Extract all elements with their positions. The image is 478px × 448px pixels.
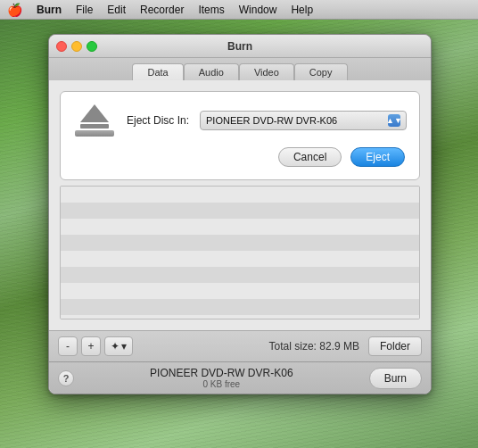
dropdown-arrow-icon: ▲▼ [388, 114, 400, 127]
gear-button[interactable]: ✦ ▾ [104, 336, 133, 356]
disc-dropdown[interactable]: PIONEER DVD-RW DVR-K06 ▲▼ [200, 111, 407, 130]
titlebar: Burn [49, 35, 431, 58]
cancel-button[interactable]: Cancel [278, 147, 342, 167]
tab-audio[interactable]: Audio [184, 63, 239, 80]
eject-bar-icon [80, 124, 109, 129]
eject-label: Eject Disc In: [127, 114, 189, 127]
file-list [60, 186, 420, 319]
eject-panel: Eject Disc In: PIONEER DVD-RW DVR-K06 ▲▼… [60, 91, 420, 180]
tab-copy[interactable]: Copy [294, 63, 348, 80]
app-window: Burn Data Audio Video Copy Eject Dis [48, 34, 432, 394]
menu-help[interactable]: Help [291, 4, 313, 16]
list-item [61, 267, 419, 283]
eject-triangle-icon [80, 104, 109, 122]
window-title: Burn [227, 40, 252, 53]
menu-items[interactable]: Items [198, 4, 224, 16]
total-size-label: Total size: 82.9 MB [136, 340, 359, 353]
eject-row: Eject Disc In: PIONEER DVD-RW DVR-K06 ▲▼ [73, 104, 407, 137]
disc-dropdown-value: PIONEER DVD-RW DVR-K06 [206, 115, 337, 126]
list-item [61, 203, 419, 219]
list-item [61, 299, 419, 315]
help-button[interactable]: ? [58, 370, 74, 386]
remove-button[interactable]: - [58, 336, 78, 356]
folder-button[interactable]: Folder [368, 336, 422, 356]
list-item [61, 251, 419, 267]
menubar: 🍎 Burn File Edit Recorder Items Window H… [0, 0, 478, 20]
gear-icon: ✦ [111, 340, 120, 353]
apple-menu[interactable]: 🍎 [7, 3, 22, 17]
minimize-button[interactable] [71, 41, 82, 52]
disc-icon [73, 104, 116, 137]
tab-video[interactable]: Video [239, 63, 294, 80]
maximize-button[interactable] [87, 41, 97, 52]
tabs-container: Data Audio Video Copy [49, 58, 431, 80]
main-content: Eject Disc In: PIONEER DVD-RW DVR-K06 ▲▼… [49, 80, 431, 330]
drive-info: PIONEER DVD-RW DVR-K06 0 KB free [81, 367, 362, 389]
burn-button[interactable]: Burn [369, 368, 422, 389]
menu-edit[interactable]: Edit [107, 4, 126, 16]
list-item [61, 283, 419, 299]
menu-recorder[interactable]: Recorder [140, 4, 184, 16]
menu-window[interactable]: Window [239, 4, 277, 16]
eject-base-icon [75, 130, 114, 137]
add-button[interactable]: + [81, 336, 101, 356]
eject-button-row: Cancel Eject [73, 147, 407, 167]
menu-burn[interactable]: Burn [37, 4, 62, 16]
gear-chevron-icon: ▾ [121, 340, 127, 353]
list-item [61, 187, 419, 203]
menu-file[interactable]: File [76, 4, 93, 16]
status-bar: ? PIONEER DVD-RW DVR-K06 0 KB free Burn [49, 361, 431, 394]
list-item [61, 235, 419, 251]
drive-name-label: PIONEER DVD-RW DVR-K06 [81, 367, 362, 379]
desktop: 🍎 Burn File Edit Recorder Items Window H… [0, 0, 478, 448]
list-item [61, 219, 419, 235]
drive-free-label: 0 KB free [81, 379, 362, 389]
eject-button[interactable]: Eject [350, 147, 405, 167]
traffic-lights [56, 41, 97, 52]
close-button[interactable] [56, 41, 67, 52]
bottom-toolbar: - + ✦ ▾ Total size: 82.9 MB Folder [49, 330, 431, 361]
list-item [61, 315, 419, 319]
tab-data[interactable]: Data [132, 63, 183, 80]
